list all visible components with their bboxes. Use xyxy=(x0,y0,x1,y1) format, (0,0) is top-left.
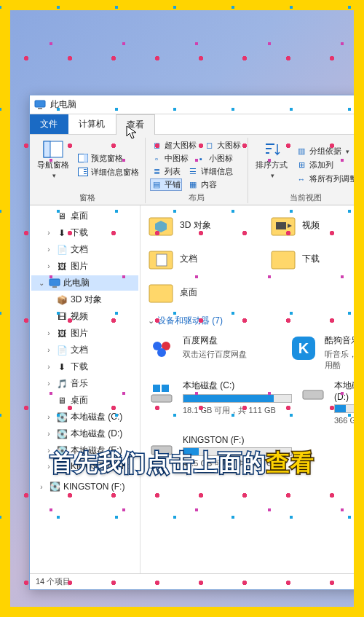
baidu-icon xyxy=(148,334,175,362)
sidebar-item-pictures[interactable]: ›🖼图片 xyxy=(31,326,138,341)
sidebar-item-drive-d[interactable]: ›💽本地磁盘 (D:) xyxy=(31,426,138,441)
details-icon: ☰ xyxy=(188,168,198,176)
add-columns-icon: ⊞ xyxy=(296,161,306,170)
sidebar-item-drive-c[interactable]: ›💽本地磁盘 (C:) xyxy=(31,409,138,425)
folder-downloads[interactable]: 下载 xyxy=(270,243,363,274)
ribbon-group-panes-label: 窗格 xyxy=(34,191,141,203)
sidebar-item-downloads[interactable]: ›⬇下载 xyxy=(31,225,138,240)
list-icon: ≣ xyxy=(151,168,162,176)
view-tiles[interactable]: ▤平铺 xyxy=(150,178,182,191)
drive-c[interactable]: 本地磁盘 (C:) 18.1 GB 可用，共 111 GB xyxy=(148,377,292,429)
navigation-pane[interactable]: 🖥桌面 ›⬇下载 ›📄文档 ›🖼图片 ⌄此电脑 📦3D 对象 🎞视频 ›🖼图片 … xyxy=(30,205,141,573)
svg-rect-18 xyxy=(149,285,173,302)
details-pane-button[interactable]: 详细信息窗格 xyxy=(76,166,141,178)
documents-icon: 📄 xyxy=(56,245,68,255)
content-pane[interactable]: 3D 对象 视频 文档 下载 桌 xyxy=(141,205,363,573)
tab-file[interactable]: 文件 xyxy=(30,114,68,134)
sidebar-item-this-pc[interactable]: ⌄此电脑 xyxy=(31,275,138,291)
view-content[interactable]: ▦内容 xyxy=(186,178,218,191)
preview-pane-icon xyxy=(78,154,88,162)
group-by-button[interactable]: ▥分组依据▾ xyxy=(295,145,359,157)
sidebar-item-videos[interactable]: 🎞视频 xyxy=(31,309,138,324)
view-list[interactable]: ≣列表 xyxy=(150,165,182,178)
music-icon: 🎵 xyxy=(56,379,68,389)
sidebar-item-drive-e[interactable]: ›💽本地磁盘 (E:) xyxy=(31,443,138,458)
chevron-down-icon: ▾ xyxy=(346,148,349,155)
item-count: 14 个项目 xyxy=(36,576,71,587)
view-medium-icons[interactable]: ▫中图标 xyxy=(150,152,190,165)
desktop-icon xyxy=(148,280,174,304)
svg-point-21 xyxy=(157,348,166,357)
section-devices-and-drives[interactable]: ⌄ 设备和驱动器 (7) xyxy=(148,310,363,329)
windows-drive-icon xyxy=(148,380,175,407)
documents-icon xyxy=(148,246,174,271)
downloads-icon: ⬇ xyxy=(56,228,68,238)
window-title: 此电脑 xyxy=(50,98,76,111)
downloads-icon: ⬇ xyxy=(56,362,68,372)
expand-icon: › xyxy=(44,262,53,270)
drive-icon: 💽 xyxy=(56,446,68,456)
svg-rect-24 xyxy=(151,395,172,402)
sidebar-item-drive-f[interactable]: ›💽KINGSTON (F:) xyxy=(31,460,138,473)
sort-by-button[interactable]: 排序方式 ▾ xyxy=(253,139,290,191)
sidebar-item-3d-objects[interactable]: 📦3D 对象 xyxy=(31,292,138,307)
add-columns-button[interactable]: ⊞添加列 xyxy=(295,159,359,171)
app-kugou-music[interactable]: K 酷狗音乐 听音乐，用酷 xyxy=(290,331,363,374)
sidebar-item-downloads[interactable]: ›⬇下载 xyxy=(31,359,138,374)
svg-rect-14 xyxy=(276,222,286,229)
preview-pane-button[interactable]: 预览窗格 xyxy=(76,152,141,165)
folder-documents[interactable]: 文档 xyxy=(148,243,241,274)
chevron-down-icon: ▾ xyxy=(52,172,56,179)
tab-computer[interactable]: 计算机 xyxy=(68,114,116,134)
folder-videos[interactable]: 视频 xyxy=(270,210,363,240)
expand-icon: › xyxy=(37,483,46,491)
sidebar-item-desktop[interactable]: 🖥桌面 xyxy=(31,208,138,224)
app-baidu-netdisk[interactable]: 百度网盘 双击运行百度网盘 xyxy=(148,331,282,374)
this-pc-icon xyxy=(49,278,60,288)
sidebar-item-documents[interactable]: ›📄文档 xyxy=(31,242,138,257)
titlebar: 此电脑 xyxy=(30,95,363,114)
medium-icon: ▫ xyxy=(151,154,162,163)
sidebar-item-pictures[interactable]: ›🖼图片 xyxy=(31,259,138,274)
sidebar-item-music[interactable]: ›🎵音乐 xyxy=(31,376,138,391)
autosize-columns-button[interactable]: ↔将所有列调整 xyxy=(295,173,359,185)
sidebar-item-desktop[interactable]: 🖥桌面 xyxy=(31,393,138,408)
details-pane-icon xyxy=(78,168,88,176)
view-details[interactable]: ☰详细信息 xyxy=(186,165,234,178)
ribbon-group-layout: ◻超大图标 ◻大图标 ▫中图标 ▪小图标 ≣列表 ☰详细信息 ▤平铺 ▦内容 布… xyxy=(146,138,248,203)
3d-objects-icon: 📦 xyxy=(56,295,68,305)
drive-d[interactable]: 本地磁盘 (D:) 366 GB 可用 xyxy=(299,377,363,429)
nav-pane-button[interactable]: 导航窗格 ▾ xyxy=(34,139,72,191)
folder-3d-objects[interactable]: 3D 对象 xyxy=(148,210,241,240)
ribbon-group-currentview-label: 当前视图 xyxy=(253,191,359,203)
folder-desktop[interactable]: 桌面 xyxy=(148,277,279,307)
view-extra-large-icons[interactable]: ◻超大图标 xyxy=(150,139,198,152)
group-by-icon: ▥ xyxy=(296,147,306,156)
expand-icon: › xyxy=(44,430,53,438)
ribbon-tabs: 文件 计算机 查看 xyxy=(30,114,363,135)
drive-icon: 💽 xyxy=(56,412,68,423)
drive-usage-bar xyxy=(334,404,363,413)
drive-icon: 💽 xyxy=(56,429,68,439)
svg-rect-3 xyxy=(44,141,50,157)
videos-icon: 🎞 xyxy=(56,312,68,322)
expand-icon: › xyxy=(44,346,53,354)
drive-icon: 💽 xyxy=(49,482,60,492)
view-large-icons[interactable]: ◻大图标 xyxy=(202,139,242,152)
svg-text:K: K xyxy=(298,340,309,356)
sidebar-item-documents[interactable]: ›📄文档 xyxy=(31,342,138,358)
svg-rect-1 xyxy=(38,108,42,109)
mouse-cursor-icon xyxy=(126,125,138,140)
nav-pane-label: 导航窗格 xyxy=(37,160,69,170)
view-small-icons[interactable]: ▪小图标 xyxy=(194,152,234,165)
sidebar-item-drive-f-root[interactable]: ›💽KINGSTON (F:) xyxy=(31,480,138,493)
pictures-icon: 🖼 xyxy=(56,262,68,272)
kugou-icon: K xyxy=(290,334,317,362)
drive-icon: 💽 xyxy=(56,461,68,471)
large-icon: ◻ xyxy=(204,141,214,150)
svg-rect-5 xyxy=(84,154,88,162)
documents-icon: 📄 xyxy=(56,345,68,355)
ribbon-view: 导航窗格 ▾ 预览窗格 详细信息窗格 窗格 ◻超大 xyxy=(30,135,363,205)
content-icon: ▦ xyxy=(188,181,198,189)
drive-f-kingston[interactable]: KINGSTON (F:) 49.5 GB 可用，共 57.7 GB xyxy=(148,432,308,472)
